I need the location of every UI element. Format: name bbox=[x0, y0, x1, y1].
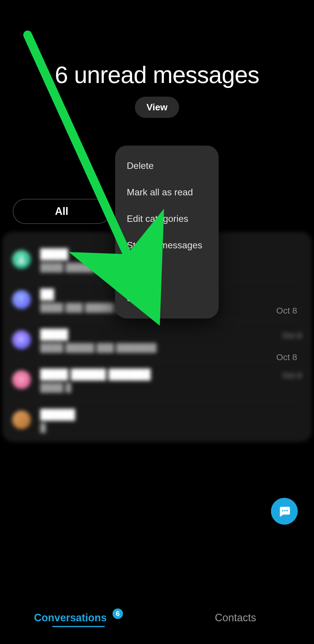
avatar: V bbox=[12, 370, 31, 389]
list-item[interactable]: R ████ ████ █████ ███ ███████ Oct 8 bbox=[12, 321, 302, 361]
tab-conversations[interactable]: Conversations 6 bbox=[0, 612, 157, 624]
compose-button[interactable] bbox=[271, 498, 298, 525]
conversation-preview: ████ █████ ███ ███████ bbox=[40, 342, 273, 353]
svg-point-1 bbox=[282, 510, 283, 512]
list-item[interactable]: █████ █ bbox=[12, 401, 302, 441]
menu-item-mark-all-read[interactable]: Mark all as read bbox=[115, 179, 219, 206]
tab-contacts[interactable]: Contacts bbox=[157, 612, 314, 624]
menu-item-edit-categories[interactable]: Edit categories bbox=[115, 206, 219, 232]
filter-all[interactable]: All bbox=[13, 199, 110, 224]
list-item[interactable]: V ████ █████ ██████ ████ █ Oct 8 bbox=[12, 361, 302, 401]
conversation-date: Oct 8 bbox=[282, 371, 302, 380]
conversation-preview: █ bbox=[40, 422, 292, 434]
svg-point-0 bbox=[20, 256, 23, 259]
bottom-tab-bar: Conversations 6 Contacts bbox=[0, 600, 314, 644]
conversation-preview: ████ █ bbox=[40, 382, 273, 393]
tab-label: Contacts bbox=[215, 612, 256, 624]
chat-icon bbox=[278, 505, 291, 518]
unread-badge: 6 bbox=[113, 608, 123, 619]
avatar bbox=[12, 250, 31, 269]
svg-point-2 bbox=[284, 510, 286, 512]
conversation-name: ████ bbox=[40, 329, 273, 340]
avatar: R bbox=[12, 330, 31, 349]
avatar bbox=[12, 411, 31, 429]
menu-item-trash[interactable]: Trash bbox=[115, 259, 219, 285]
conversation-name: █████ bbox=[40, 409, 292, 420]
conversation-name: ████ █████ ██████ bbox=[40, 369, 273, 380]
header: 6 unread messages View bbox=[0, 0, 314, 118]
conversation-date: Oct 8 bbox=[282, 331, 302, 340]
overflow-menu: Delete Mark all as read Edit categories … bbox=[115, 146, 219, 319]
tab-label: Conversations bbox=[34, 612, 107, 624]
view-button[interactable]: View bbox=[135, 97, 179, 118]
avatar: T bbox=[12, 290, 31, 309]
unread-count-title: 6 unread messages bbox=[0, 61, 314, 89]
svg-point-3 bbox=[286, 510, 288, 512]
person-icon bbox=[16, 254, 27, 265]
menu-item-starred-messages[interactable]: Starred messages bbox=[115, 232, 219, 259]
menu-item-delete[interactable]: Delete bbox=[115, 153, 219, 179]
menu-item-settings[interactable]: Settings bbox=[115, 285, 219, 312]
